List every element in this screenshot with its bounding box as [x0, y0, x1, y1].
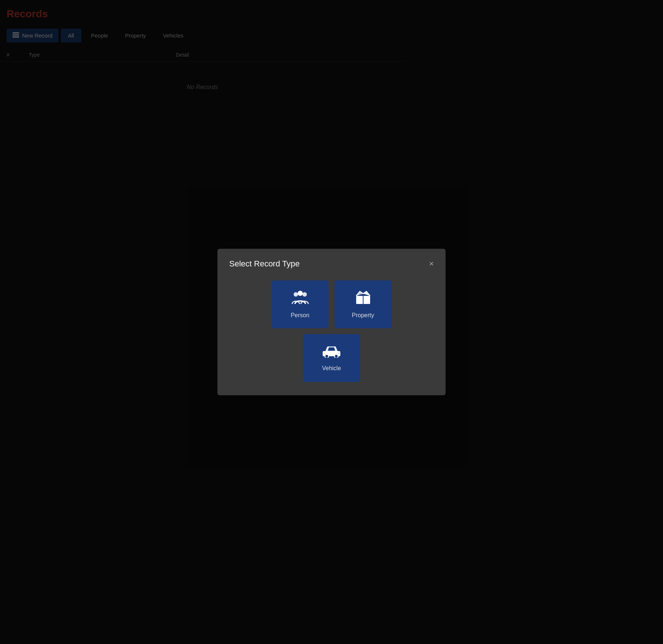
- record-type-row-1: Person: [272, 280, 391, 328]
- svg-rect-12: [323, 353, 325, 354]
- record-type-vehicle-button[interactable]: Vehicle: [303, 334, 360, 382]
- modal-title: Select Record Type: [229, 259, 300, 269]
- modal-overlay[interactable]: Select Record Type ×: [0, 0, 405, 397]
- svg-point-5: [298, 291, 303, 296]
- record-type-row-2: Vehicle: [303, 334, 360, 382]
- svg-point-4: [302, 292, 307, 297]
- modal-header: Select Record Type ×: [229, 259, 405, 269]
- person-label: Person: [291, 312, 309, 319]
- svg-rect-11: [338, 353, 340, 354]
- person-icon: [291, 290, 309, 308]
- property-icon: [355, 290, 372, 308]
- svg-point-10: [334, 354, 338, 358]
- property-label: Property: [352, 312, 374, 319]
- vehicle-icon: [322, 344, 341, 361]
- record-type-grid: Person: [229, 280, 405, 382]
- svg-point-9: [325, 354, 329, 358]
- record-type-person-button[interactable]: Person: [272, 280, 329, 328]
- record-type-property-button[interactable]: Property: [334, 280, 391, 328]
- vehicle-label: Vehicle: [322, 365, 341, 372]
- svg-point-3: [294, 292, 298, 297]
- select-record-type-modal: Select Record Type ×: [217, 249, 405, 395]
